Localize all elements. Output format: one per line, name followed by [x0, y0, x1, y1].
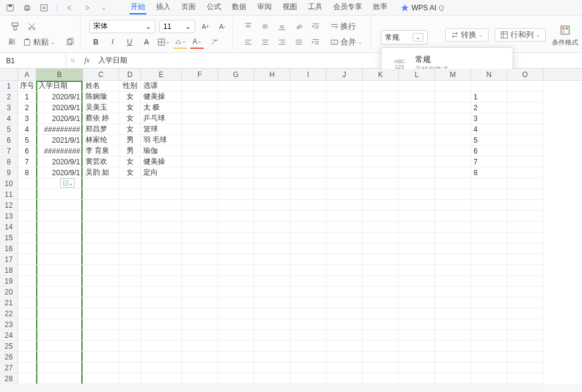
cell[interactable] — [507, 167, 543, 178]
cell[interactable] — [254, 319, 290, 330]
cell[interactable] — [83, 189, 119, 200]
cell[interactable] — [290, 308, 327, 319]
cell[interactable] — [435, 200, 471, 211]
row-header[interactable]: 12 — [0, 200, 18, 211]
cell[interactable] — [471, 211, 507, 222]
cell[interactable] — [363, 373, 399, 384]
row-header[interactable]: 6 — [0, 135, 18, 146]
cell[interactable] — [507, 211, 543, 222]
cell[interactable] — [435, 297, 471, 308]
cell[interactable]: 2 — [18, 102, 36, 113]
tab-page[interactable]: 页面 — [180, 1, 197, 14]
cell[interactable] — [218, 211, 254, 222]
cell[interactable] — [18, 211, 36, 222]
cell[interactable] — [218, 92, 254, 102]
cell[interactable] — [83, 297, 119, 308]
cell[interactable] — [254, 124, 290, 135]
cell[interactable] — [218, 189, 254, 200]
cell[interactable] — [119, 189, 141, 200]
cell[interactable] — [399, 352, 435, 362]
cell[interactable] — [141, 178, 182, 189]
cell[interactable] — [290, 124, 327, 135]
cell[interactable] — [327, 92, 363, 102]
cell[interactable] — [435, 287, 471, 297]
cell[interactable] — [36, 341, 83, 352]
cell[interactable] — [399, 135, 435, 146]
cell[interactable] — [18, 352, 36, 362]
cell[interactable]: 篮球 — [141, 124, 182, 135]
cell[interactable] — [254, 113, 290, 124]
cell[interactable] — [141, 243, 182, 254]
cell[interactable] — [254, 243, 290, 254]
col-header-F[interactable]: F — [182, 69, 218, 80]
cell[interactable] — [435, 81, 471, 92]
cell[interactable] — [399, 222, 435, 232]
cell[interactable] — [399, 157, 435, 167]
cell[interactable] — [141, 352, 182, 362]
cell[interactable] — [254, 146, 290, 157]
row-header[interactable]: 2 — [0, 92, 18, 102]
cell[interactable] — [18, 287, 36, 297]
cell[interactable] — [36, 254, 83, 265]
cell[interactable] — [182, 287, 218, 297]
cell[interactable] — [119, 330, 141, 341]
cell[interactable] — [290, 297, 327, 308]
cell[interactable]: 瑜伽 — [141, 146, 182, 157]
cell[interactable] — [507, 178, 543, 189]
fx-icon[interactable]: fx — [80, 56, 95, 65]
cell[interactable] — [399, 167, 435, 178]
row-header[interactable]: 4 — [0, 113, 18, 124]
cell[interactable] — [435, 211, 471, 222]
redo-icon[interactable] — [81, 2, 92, 13]
col-header-B[interactable]: B — [36, 69, 83, 80]
cell[interactable] — [290, 92, 327, 102]
clear-format-icon[interactable] — [207, 36, 221, 49]
cell[interactable] — [119, 373, 141, 384]
cell[interactable] — [141, 362, 182, 373]
cell[interactable] — [363, 352, 399, 362]
cell[interactable] — [218, 330, 254, 341]
cell[interactable] — [290, 341, 327, 352]
cell[interactable] — [218, 276, 254, 287]
cell[interactable] — [471, 265, 507, 276]
cell[interactable] — [218, 157, 254, 167]
cell[interactable]: ######### — [36, 124, 83, 135]
cell[interactable] — [119, 319, 141, 330]
cell[interactable] — [290, 362, 327, 373]
cell[interactable] — [18, 319, 36, 330]
cell[interactable]: 吴美玉 — [83, 102, 119, 113]
cell[interactable] — [36, 362, 83, 373]
cell[interactable] — [327, 297, 363, 308]
cell[interactable] — [36, 330, 83, 341]
row-header[interactable]: 15 — [0, 232, 18, 243]
cell[interactable] — [18, 276, 36, 287]
dropdown-icon[interactable]: ⌄ — [98, 2, 109, 13]
tab-insert[interactable]: 插入 — [155, 1, 172, 14]
row-header[interactable]: 16 — [0, 243, 18, 254]
cell[interactable] — [141, 232, 182, 243]
cell[interactable] — [290, 113, 327, 124]
cell[interactable] — [327, 200, 363, 211]
cell[interactable] — [363, 135, 399, 146]
cell[interactable] — [18, 232, 36, 243]
cell[interactable] — [218, 265, 254, 276]
rowcol-button[interactable]: 行和列⌄ — [495, 28, 546, 42]
cell[interactable] — [218, 222, 254, 232]
cell[interactable] — [363, 200, 399, 211]
cell[interactable] — [218, 243, 254, 254]
cell[interactable]: 1 — [18, 92, 36, 102]
cell[interactable] — [435, 222, 471, 232]
cell[interactable] — [435, 102, 471, 113]
cell[interactable] — [119, 287, 141, 297]
cell[interactable] — [399, 362, 435, 373]
cell[interactable] — [182, 113, 218, 124]
cell[interactable] — [435, 254, 471, 265]
cell[interactable] — [218, 319, 254, 330]
italic-icon[interactable]: I — [106, 36, 119, 49]
cell[interactable] — [435, 113, 471, 124]
cell[interactable]: 7 — [18, 157, 36, 167]
cell[interactable] — [399, 200, 435, 211]
col-header-I[interactable]: I — [290, 69, 327, 80]
cell[interactable] — [119, 232, 141, 243]
cell[interactable] — [182, 243, 218, 254]
